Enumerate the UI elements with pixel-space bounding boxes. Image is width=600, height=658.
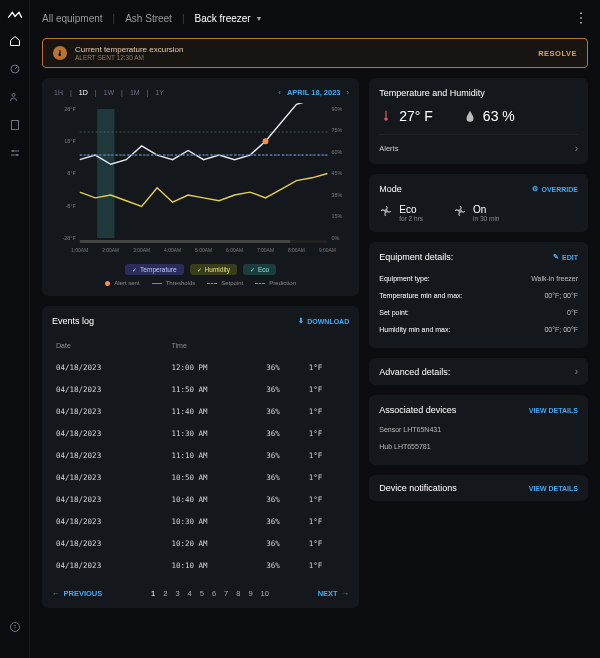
- svg-point-10: [263, 138, 269, 144]
- svg-text:?: ?: [13, 624, 16, 630]
- table-row[interactable]: 04/18/202311:50 AM36%1°F: [54, 379, 347, 399]
- mode-card: Mode ⚙ OVERRIDE Eco for 2 hrs: [369, 174, 588, 232]
- svg-text:0%: 0%: [331, 235, 339, 241]
- range-1y[interactable]: 1Y: [153, 88, 166, 97]
- table-row[interactable]: 04/18/202312:00 PM36%1°F: [54, 357, 347, 377]
- events-title: Events log: [52, 316, 94, 326]
- table-col-header: Time: [170, 338, 263, 355]
- mode-eco-label: Eco: [399, 204, 423, 215]
- crumb-sep: |: [182, 13, 185, 24]
- table-row[interactable]: 04/18/202310:10 AM36%1°F: [54, 555, 347, 575]
- alert-banner: 🌡 Current temperature excursion ALERT SE…: [42, 38, 588, 68]
- alerts-link[interactable]: Alerts ›: [379, 134, 578, 154]
- table-row[interactable]: 04/18/202310:40 AM36%1°F: [54, 489, 347, 509]
- page-number[interactable]: 9: [248, 589, 252, 598]
- page-number[interactable]: 6: [212, 589, 216, 598]
- svg-point-34: [384, 117, 388, 121]
- svg-text:-28°F: -28°F: [62, 235, 76, 241]
- resolve-button[interactable]: RESOLVE: [538, 49, 577, 58]
- svg-text:5:00AM: 5:00AM: [195, 248, 212, 253]
- download-button[interactable]: ⬇ DOWNLOAD: [298, 317, 349, 325]
- page-number[interactable]: 8: [236, 589, 240, 598]
- page-number[interactable]: 3: [175, 589, 179, 598]
- range-1d[interactable]: 1D: [77, 88, 90, 97]
- range-1w[interactable]: 1W: [102, 88, 117, 97]
- page-number[interactable]: 4: [188, 589, 192, 598]
- svg-text:28°F: 28°F: [64, 106, 76, 112]
- page-number[interactable]: 10: [261, 589, 269, 598]
- temp-value: 27° F: [399, 108, 433, 124]
- svg-text:3:00AM: 3:00AM: [133, 248, 150, 253]
- thermometer-alert-icon: 🌡: [53, 46, 67, 60]
- svg-rect-7: [97, 109, 114, 238]
- page-number[interactable]: 7: [224, 589, 228, 598]
- nav-gauge-icon[interactable]: [8, 62, 22, 76]
- arrow-left-icon: ←: [52, 589, 60, 598]
- thermometer-icon: [379, 109, 393, 123]
- crumb-root[interactable]: All equipment: [42, 13, 103, 24]
- edit-button[interactable]: ✎ EDIT: [553, 253, 578, 261]
- table-row[interactable]: 04/18/202310:20 AM36%1°F: [54, 533, 347, 553]
- equipment-row: Humidity min and max:00°F; 00°F: [379, 321, 578, 338]
- more-menu-icon[interactable]: ⋯: [573, 11, 589, 26]
- range-1m[interactable]: 1M: [128, 88, 142, 97]
- nav-settings-icon[interactable]: [8, 146, 22, 160]
- svg-text:-8°F: -8°F: [65, 203, 76, 209]
- table-row[interactable]: 04/18/202310:50 AM36%1°F: [54, 467, 347, 487]
- pagination: ← PREVIOUS 12345678910 NEXT →: [52, 589, 349, 598]
- chart-area[interactable]: 28°F18°F8°F-8°F-28°F90%75%60%45%38%15%0%…: [52, 103, 349, 258]
- svg-text:7:00AM: 7:00AM: [257, 248, 274, 253]
- assoc-title: Associated devices: [379, 405, 456, 415]
- events-table: DateTime 04/18/202312:00 PM36%1°F04/18/2…: [52, 336, 349, 577]
- svg-text:60%: 60%: [331, 149, 342, 155]
- prev-page-button[interactable]: ← PREVIOUS: [52, 589, 102, 598]
- svg-text:8:00AM: 8:00AM: [288, 248, 305, 253]
- associated-device-item[interactable]: Sensor LHT65N431: [379, 421, 578, 438]
- crumb-current[interactable]: Back freezer ▾: [195, 13, 261, 24]
- svg-point-36: [459, 210, 461, 212]
- advanced-details-card[interactable]: Advanced details: ›: [369, 358, 588, 385]
- nav-home-icon[interactable]: [8, 34, 22, 48]
- nav-help-icon[interactable]: ?: [8, 620, 22, 634]
- gear-icon: ⚙: [532, 185, 538, 193]
- range-1h[interactable]: 1H: [52, 88, 65, 97]
- svg-text:38%: 38%: [331, 192, 342, 198]
- crumb-sep: |: [113, 13, 116, 24]
- table-row[interactable]: 04/18/202310:30 AM36%1°F: [54, 511, 347, 531]
- legend-eco[interactable]: ✓Eco: [243, 264, 276, 275]
- crumb-loc[interactable]: Ash Street: [125, 13, 172, 24]
- equipment-title: Equipment details:: [379, 252, 453, 262]
- legend-humidity[interactable]: ✓Humidity: [190, 264, 237, 275]
- svg-point-4: [16, 154, 18, 156]
- svg-text:4:00AM: 4:00AM: [164, 248, 181, 253]
- legend-temperature[interactable]: ✓Temperature: [125, 264, 184, 275]
- next-page-button[interactable]: NEXT →: [318, 589, 350, 598]
- svg-rect-2: [11, 121, 18, 130]
- equipment-details-card: Equipment details: ✎ EDIT Equipment type…: [369, 242, 588, 348]
- view-details-button[interactable]: VIEW DETAILS: [529, 407, 578, 414]
- page-number[interactable]: 1: [151, 589, 155, 598]
- date-next-icon[interactable]: ›: [347, 88, 350, 97]
- page-number[interactable]: 2: [163, 589, 167, 598]
- pencil-icon: ✎: [553, 253, 559, 261]
- date-prev-icon[interactable]: ‹: [278, 88, 281, 97]
- temp-humidity-card: Temperature and Humidity 27° F 63 %: [369, 78, 588, 164]
- svg-text:75%: 75%: [331, 127, 342, 133]
- svg-text:1:00AM: 1:00AM: [71, 248, 88, 253]
- page-number[interactable]: 5: [200, 589, 204, 598]
- view-details-button[interactable]: VIEW DETAILS: [529, 485, 578, 492]
- table-row[interactable]: 04/18/202311:30 AM36%1°F: [54, 423, 347, 443]
- table-row[interactable]: 04/18/202311:40 AM36%1°F: [54, 401, 347, 421]
- chevron-right-icon: ›: [575, 366, 578, 377]
- nav-doc-icon[interactable]: [8, 118, 22, 132]
- nav-users-icon[interactable]: [8, 90, 22, 104]
- equipment-row: Equipment type:Walk-in freezer: [379, 270, 578, 287]
- svg-text:8°F: 8°F: [67, 170, 76, 176]
- table-row[interactable]: 04/18/202311:10 AM36%1°F: [54, 445, 347, 465]
- associated-devices-card: Associated devices VIEW DETAILS Sensor L…: [369, 395, 588, 465]
- chart-date[interactable]: APRIL 18, 2023: [287, 88, 341, 97]
- override-button[interactable]: ⚙ OVERRIDE: [532, 185, 578, 193]
- droplet-icon: [463, 109, 477, 123]
- associated-device-item[interactable]: Hub LHT655781: [379, 438, 578, 455]
- equipment-row: Set point:0°F: [379, 304, 578, 321]
